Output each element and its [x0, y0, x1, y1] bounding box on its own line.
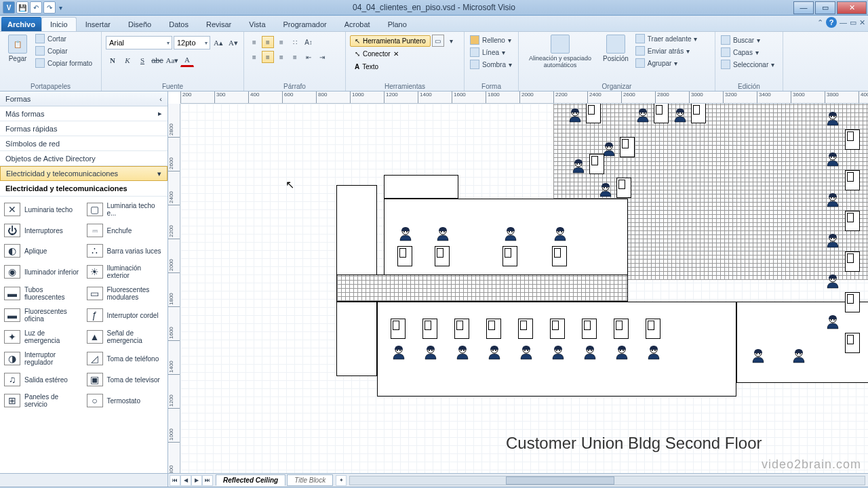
stencil-item[interactable]: ⊞Paneles de servicio [3, 390, 83, 411]
desk-shape[interactable] [845, 333, 860, 353]
visio-icon[interactable]: V [3, 1, 15, 14]
change-case-button[interactable]: Aa▾ [165, 54, 179, 67]
tab-programador[interactable]: Programador [275, 17, 336, 31]
copy-button[interactable]: Copiar [34, 45, 94, 56]
corridor[interactable] [336, 274, 628, 302]
paste-button[interactable]: 📋 Pegar [4, 33, 31, 64]
strikethrough-button[interactable]: abc [151, 54, 164, 67]
tab-insertar[interactable]: Insertar [77, 17, 119, 31]
person-shape[interactable] [397, 226, 414, 242]
align-center-icon[interactable]: ≡ [262, 51, 274, 63]
person-shape[interactable] [550, 344, 566, 361]
person-shape[interactable] [582, 344, 598, 361]
text-direction-icon[interactable]: A↕ [302, 36, 315, 48]
font-size-combo[interactable]: 12pto [174, 36, 210, 49]
stencil-item[interactable]: ▲Señal de emergencia [85, 327, 165, 347]
select-button[interactable]: Seleccionar ▾ [719, 59, 776, 70]
desk-shape[interactable] [845, 251, 860, 272]
desk-shape[interactable] [616, 178, 631, 198]
room[interactable] [384, 175, 458, 199]
shrink-font-icon[interactable]: A▾ [226, 36, 240, 49]
stencil-item[interactable]: ✕Luminaria techo [3, 199, 83, 220]
desk-shape[interactable] [654, 104, 669, 123]
tab-acrobat[interactable]: Acrobat [336, 17, 379, 31]
underline-button[interactable]: S [136, 54, 149, 67]
desk-shape[interactable] [845, 129, 860, 150]
desk-shape[interactable] [518, 319, 533, 339]
person-shape[interactable] [454, 344, 471, 361]
desk-shape[interactable] [435, 246, 450, 266]
sheet-tab-title-block[interactable]: Title Block [287, 474, 333, 486]
redo-icon[interactable]: ↷ [43, 1, 56, 14]
desk-shape[interactable] [845, 292, 860, 312]
section-active-directory[interactable]: Objetos de Active Directory [0, 151, 167, 166]
desk-shape[interactable] [845, 170, 860, 190]
align-right-icon[interactable]: ≡ [275, 51, 288, 63]
person-shape[interactable] [567, 107, 583, 123]
stencil-item[interactable]: ○Termostato [85, 390, 165, 411]
stencil-item[interactable]: ◐Aplique [3, 241, 83, 260]
desk-shape[interactable] [550, 319, 565, 339]
bring-front-button[interactable]: Traer adelante ▾ [634, 33, 699, 44]
font-color-button[interactable]: A [180, 54, 194, 67]
ribbon-minimize-icon[interactable]: ⌃ [817, 18, 823, 27]
bullets-icon[interactable]: ∷ [289, 36, 301, 48]
tab-revisar[interactable]: Revisar [197, 17, 240, 31]
stencil-item[interactable]: ▭Fluorescentes modulares [85, 283, 165, 304]
bold-button[interactable]: N [106, 54, 119, 67]
align-middle-icon[interactable]: ≡ [262, 36, 274, 48]
person-shape[interactable] [791, 348, 807, 364]
doc-close-icon[interactable]: ✕ [859, 18, 865, 27]
tab-file[interactable]: Archivo [1, 17, 41, 31]
help-icon[interactable]: ? [826, 17, 837, 28]
person-shape[interactable] [614, 344, 630, 361]
find-button[interactable]: Buscar ▾ [719, 35, 762, 45]
scrollbar-thumb[interactable] [506, 476, 614, 485]
stencil-item[interactable]: ƒInterruptor cordel [85, 305, 165, 325]
line-button[interactable]: Línea ▾ [469, 47, 507, 58]
person-shape[interactable] [825, 192, 841, 208]
italic-button[interactable]: K [121, 54, 134, 67]
stencil-item[interactable]: ⏻Interruptores [3, 221, 83, 240]
pointer-tool-button[interactable]: ↖Herramienta Puntero [350, 35, 431, 47]
stencil-item[interactable]: ⎓Enchufe [85, 221, 165, 240]
person-shape[interactable] [486, 344, 502, 361]
desk-shape[interactable] [620, 137, 635, 157]
stencil-item[interactable]: ♫Salida estéreo [3, 370, 83, 389]
text-tool-button[interactable]: ATexto [350, 61, 383, 73]
cut-button[interactable]: Cortar [34, 33, 94, 44]
stencil-item[interactable]: ▬Fluorescentes oficina [3, 305, 83, 325]
stencil-item[interactable]: ☀Iluminación exterior [85, 262, 165, 282]
stencil-item[interactable]: ◑Interruptor regulador [3, 348, 83, 369]
person-shape[interactable] [750, 348, 766, 364]
align-bottom-icon[interactable]: ≡ [275, 36, 288, 48]
desk-shape[interactable] [502, 246, 517, 266]
stencil-item[interactable]: ▢Luminaria techo e... [85, 199, 165, 220]
desk-shape[interactable] [614, 319, 629, 339]
next-sheet-button[interactable]: ▶ [191, 475, 202, 486]
doc-restore-icon[interactable]: ▭ [850, 18, 856, 27]
person-shape[interactable] [825, 151, 841, 167]
decrease-indent-icon[interactable]: ⇤ [302, 51, 315, 63]
undo-icon[interactable]: ↶ [30, 1, 42, 14]
increase-indent-icon[interactable]: ⇥ [316, 51, 328, 63]
fill-button[interactable]: Relleno ▾ [469, 35, 513, 45]
more-shapes-row[interactable]: Más formas ▸ [0, 106, 167, 121]
desk-shape[interactable] [646, 319, 660, 339]
send-back-button[interactable]: Enviar atrás ▾ [634, 45, 699, 56]
doc-minimize-icon[interactable]: — [840, 18, 847, 26]
desk-shape[interactable] [582, 319, 597, 339]
stencil-item[interactable]: ◉Iluminador inferior [3, 262, 83, 282]
desk-shape[interactable] [589, 154, 604, 174]
qat-dropdown-icon[interactable]: ▾ [57, 1, 64, 14]
person-shape[interactable] [435, 226, 451, 242]
group-button[interactable]: Agrupar ▾ [634, 58, 699, 68]
tab-vista[interactable]: Vista [240, 17, 274, 31]
minimize-button[interactable]: — [793, 1, 814, 14]
format-painter-button[interactable]: Copiar formato [34, 58, 94, 68]
prev-sheet-button[interactable]: ◀ [180, 475, 191, 486]
maximize-button[interactable]: ▭ [815, 1, 835, 14]
last-sheet-button[interactable]: ⏭ [202, 475, 213, 486]
close-button[interactable]: ✕ [837, 1, 867, 14]
new-sheet-button[interactable]: ✦ [336, 475, 347, 486]
